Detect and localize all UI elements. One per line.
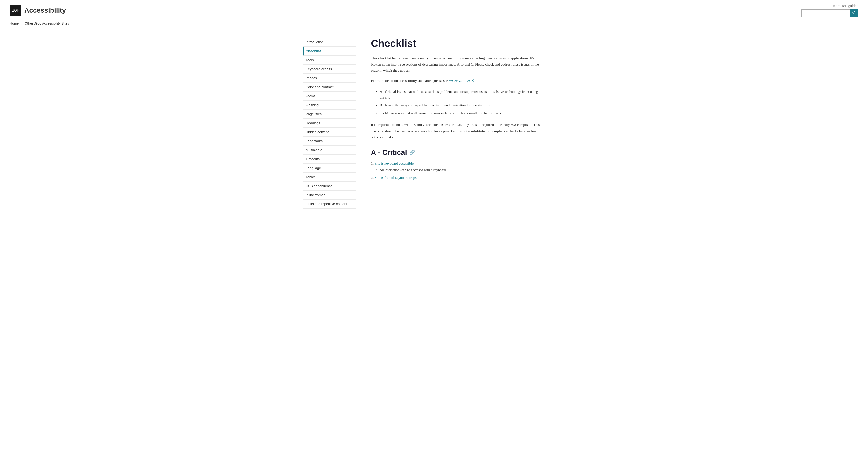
sidebar-item-tools[interactable]: Tools (303, 56, 356, 64)
sidebar-item-page-titles[interactable]: Page titles (303, 110, 356, 118)
header-right: More 18F guides (802, 4, 858, 17)
bullet-item: C - Minor issues that will cause problem… (376, 109, 541, 117)
wcag-link[interactable]: WCAG2.0 AA (449, 79, 474, 83)
sidebar-item-color-and-contrast[interactable]: Color and contrast (303, 83, 356, 91)
search-input[interactable] (802, 9, 850, 17)
sub-list: All interactions can be accessed with a … (376, 167, 541, 173)
section-a-title: A - Critical (371, 148, 407, 156)
main-content: Checklist This checklist helps developer… (371, 38, 541, 209)
sidebar-item-hidden-content[interactable]: Hidden content (303, 127, 356, 136)
checklist-link[interactable]: Site is free of keyboard traps (374, 176, 416, 180)
sidebar-item-images[interactable]: Images (303, 74, 356, 82)
search-button[interactable] (850, 9, 858, 17)
bullet-item: A - Critical issues that will cause seri… (376, 88, 541, 102)
checklist-item: Site is free of keyboard traps (371, 176, 541, 180)
page-title: Checklist (371, 38, 541, 49)
site-title: Accessibility (24, 6, 66, 15)
wcag-paragraph: For more detail on accessibility standar… (371, 78, 541, 84)
anchor-icon[interactable]: 🔗 (409, 150, 415, 155)
sub-list-item: All interactions can be accessed with a … (376, 167, 541, 173)
important-paragraph: It is important to note, while B and C a… (371, 122, 541, 141)
sidebar-item-links-and-repetitive-content[interactable]: Links and repetitive content (303, 200, 356, 208)
guides-link[interactable]: More 18F guides (833, 4, 858, 8)
intro-paragraph: This checklist helps developers identify… (371, 55, 541, 74)
svg-line-1 (855, 13, 856, 14)
section-a-heading: A - Critical 🔗 (371, 148, 541, 156)
checklist-item: Site is keyboard accessibleAll interacti… (371, 162, 541, 173)
site-header: 18F Accessibility More 18F guides Home O… (0, 0, 868, 28)
sidebar-item-headings[interactable]: Headings (303, 119, 356, 127)
sidebar-item-timeouts[interactable]: Timeouts (303, 155, 356, 163)
sidebar-item-tables[interactable]: Tables (303, 173, 356, 181)
sidebar-item-inline-frames[interactable]: Inline frames (303, 191, 356, 199)
sidebar: IntroductionChecklistToolsKeyboard acces… (303, 38, 356, 209)
sidebar-item-multimedia[interactable]: Multimedia (303, 146, 356, 154)
sidebar-item-introduction[interactable]: Introduction (303, 38, 356, 47)
nav-accessibility-sites[interactable]: Other .Gov Accessibility Sites (25, 21, 69, 25)
sidebar-item-css-dependence[interactable]: CSS dependence (303, 182, 356, 190)
sidebar-item-flashing[interactable]: Flashing (303, 100, 356, 109)
logo-area: 18F Accessibility (10, 5, 66, 16)
sidebar-item-checklist[interactable]: Checklist (304, 47, 356, 55)
search-area (802, 9, 858, 17)
bullet-item: B - Issues that may cause problems or in… (376, 102, 541, 109)
page-container: IntroductionChecklistToolsKeyboard acces… (288, 28, 580, 218)
logo-box: 18F (10, 5, 21, 16)
sidebar-nav: IntroductionChecklistToolsKeyboard acces… (303, 38, 356, 209)
search-icon (852, 11, 856, 15)
sidebar-item-language[interactable]: Language (303, 164, 356, 172)
checklist-link[interactable]: Site is keyboard accessible (374, 162, 413, 165)
sidebar-item-forms[interactable]: Forms (303, 92, 356, 100)
site-nav: Home Other .Gov Accessibility Sites (10, 19, 858, 28)
external-link-icon (471, 79, 474, 82)
nav-home[interactable]: Home (10, 21, 19, 25)
header-top: 18F Accessibility More 18F guides (10, 0, 858, 19)
sidebar-item-landmarks[interactable]: Landmarks (303, 137, 356, 145)
bullet-list: A - Critical issues that will cause seri… (376, 88, 541, 117)
wcag-text: For more detail on accessibility standar… (371, 79, 448, 83)
checklist-a: Site is keyboard accessibleAll interacti… (371, 162, 541, 180)
sidebar-item-keyboard-access[interactable]: Keyboard access (303, 65, 356, 74)
